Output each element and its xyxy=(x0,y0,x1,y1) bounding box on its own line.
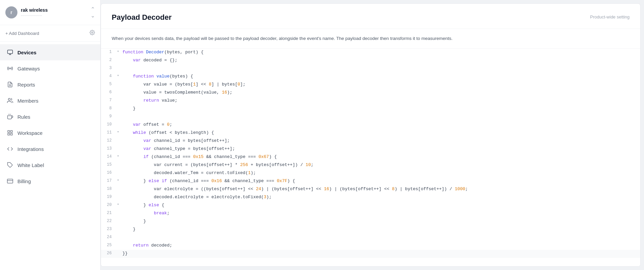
sidebar-item-integrations[interactable]: Integrations xyxy=(0,141,100,157)
code-editor[interactable]: 1▾function Decoder(bytes, port) {2 var d… xyxy=(101,49,640,266)
sidebar-toolbar: + Add Dashboard xyxy=(0,25,100,42)
code-line: 26}} xyxy=(101,250,640,258)
sidebar-item-label: Devices xyxy=(17,50,37,55)
code-line: 2 var decoded = {}; xyxy=(101,57,640,65)
add-dashboard-button[interactable]: + Add Dashboard xyxy=(5,31,39,36)
code-line: 22 } xyxy=(101,218,640,226)
sidebar-item-rules[interactable]: Rules xyxy=(0,109,100,125)
code-line: 19 decoded.electrolyte = electrolyte.toF… xyxy=(101,194,640,202)
code-line: 11▾ while (offset < bytes.length) { xyxy=(101,129,640,137)
svg-rect-12 xyxy=(8,133,9,135)
code-line: 25 return decoded; xyxy=(101,242,640,250)
svg-point-2 xyxy=(10,68,11,69)
code-block: 1▾function Decoder(bytes, port) {2 var d… xyxy=(101,49,640,258)
product-wide-setting: Product-wide setting xyxy=(590,14,630,19)
code-line: 18 var electrolyte = ((bytes[offset++] <… xyxy=(101,185,640,194)
code-line: 10 var offset = 0; xyxy=(101,121,640,129)
nav-items: Devices Gateways xyxy=(0,42,100,270)
code-line: 8 } xyxy=(101,105,640,113)
svg-point-5 xyxy=(8,98,10,100)
rules-icon xyxy=(7,113,13,120)
avatar: r xyxy=(5,6,17,18)
billing-icon xyxy=(7,178,13,184)
code-line: 7 return value; xyxy=(101,97,640,105)
code-line: 24 xyxy=(101,234,640,242)
sidebar-item-white-label[interactable]: White Label xyxy=(0,157,100,173)
svg-rect-1 xyxy=(8,50,13,54)
gear-icon[interactable] xyxy=(90,30,95,37)
sidebar-item-label: Rules xyxy=(17,114,30,120)
sidebar-item-gateways[interactable]: Gateways xyxy=(0,60,100,76)
code-line: 17▾ } else if (channel_id === 0x16 && ch… xyxy=(101,177,640,185)
svg-rect-10 xyxy=(11,130,12,132)
sidebar-item-label: Gateways xyxy=(17,66,40,71)
sidebar: r rak wireless ·················· ⌃⌄ + A… xyxy=(0,0,101,270)
code-line: 21 break; xyxy=(101,210,640,218)
members-icon xyxy=(7,97,13,104)
code-line: 15 var current = (bytes[offset++] * 256 … xyxy=(101,161,640,169)
code-line: 12 var channel_id = bytes[offset++]; xyxy=(101,137,640,145)
content-header: Payload Decoder Product-wide setting xyxy=(101,4,640,29)
sidebar-item-label: Workspace xyxy=(17,130,43,136)
code-line: 23 } xyxy=(101,226,640,234)
main-content: Payload Decoder Product-wide setting Whe… xyxy=(101,3,641,267)
org-info: rak wireless ·················· xyxy=(21,7,91,17)
reports-icon xyxy=(7,81,13,88)
sidebar-item-devices[interactable]: Devices xyxy=(0,44,100,60)
description-text: When your devices sends data, the payloa… xyxy=(101,29,640,49)
sidebar-header: r rak wireless ·················· ⌃⌄ xyxy=(0,0,100,25)
gateways-icon xyxy=(7,65,13,72)
sidebar-item-reports[interactable]: Reports xyxy=(0,76,100,93)
sidebar-item-workspace[interactable]: Workspace xyxy=(0,125,100,141)
sidebar-item-label: Members xyxy=(17,98,39,104)
svg-rect-14 xyxy=(7,179,13,183)
org-sub: ·················· xyxy=(21,13,91,17)
white-label-icon xyxy=(7,162,13,168)
code-line: 3 xyxy=(101,65,640,73)
org-name: rak wireless xyxy=(21,7,91,13)
sidebar-item-label: White Label xyxy=(17,162,44,168)
code-line: 9 xyxy=(101,113,640,121)
devices-icon xyxy=(7,49,13,56)
page-title: Payload Decoder xyxy=(112,13,172,22)
sidebar-item-billing[interactable]: Billing xyxy=(0,173,100,189)
code-line: 16 decoded.water_Tem = current.toFixed(1… xyxy=(101,169,640,177)
code-line: 4▾ function value(bytes) { xyxy=(101,73,640,81)
sidebar-item-label: Integrations xyxy=(17,146,44,152)
code-line: 5 var value = (bytes[1] << 8] | bytes[0]… xyxy=(101,81,640,89)
sidebar-item-label: Billing xyxy=(17,178,31,184)
integrations-icon xyxy=(7,146,13,152)
svg-rect-9 xyxy=(8,130,9,132)
sidebar-item-members[interactable]: Members xyxy=(0,93,100,109)
code-line: 14▾ if (channel_id === 0x15 && channel_t… xyxy=(101,153,640,161)
workspace-icon xyxy=(7,129,13,136)
chevron-icon[interactable]: ⌃⌄ xyxy=(91,6,95,19)
code-line: 6 value = twosComplement(value, 16); xyxy=(101,89,640,97)
svg-rect-11 xyxy=(11,133,12,135)
code-line: 20▾ } else { xyxy=(101,202,640,210)
svg-point-0 xyxy=(92,32,93,33)
code-line: 13 var channel_type = bytes[offset++]; xyxy=(101,145,640,153)
code-line: 1▾function Decoder(bytes, port) { xyxy=(101,49,640,57)
sidebar-item-label: Reports xyxy=(17,82,35,88)
